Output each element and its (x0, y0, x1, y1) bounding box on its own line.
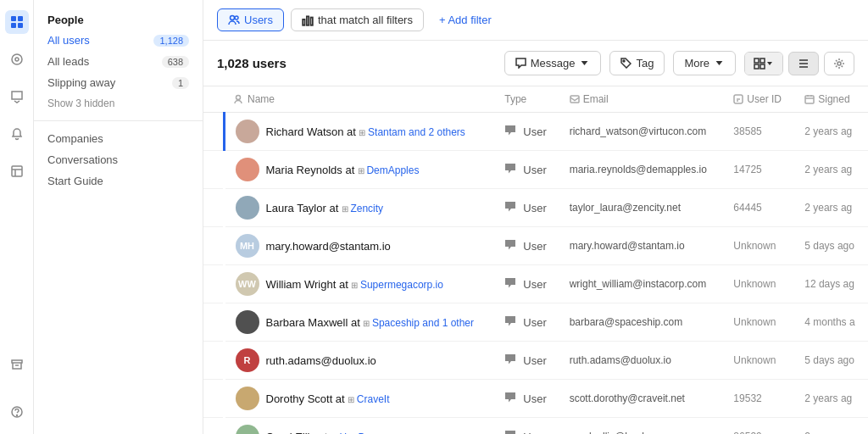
settings-icon (833, 58, 845, 70)
avatar: WW (236, 272, 259, 296)
row-check (203, 265, 224, 303)
home-icon[interactable] (5, 10, 29, 34)
col-type-header[interactable]: Type (494, 86, 559, 113)
avatar: R (236, 348, 259, 372)
filter-bar: Users that match all filters + Add filte… (203, 0, 868, 41)
table-row[interactable]: Laura Taylor at ⊞ ZencityUsertaylor_laur… (203, 189, 868, 227)
company-name[interactable]: ⊞ Spaceship and 1 other (360, 317, 474, 329)
grid-view-button[interactable] (745, 53, 782, 75)
user-name: Barbara Maxwell at ⊞ Spaceship and 1 oth… (266, 316, 475, 329)
nav-item-companies[interactable]: Companies (34, 128, 203, 149)
nav-item-label: Start Guide (47, 175, 103, 187)
add-filter-button[interactable]: + Add filter (431, 9, 500, 31)
users-filter-chip[interactable]: Users (217, 8, 284, 31)
svg-rect-27 (805, 96, 814, 103)
table-row[interactable]: WWWilliam Wright at ⊞ Supermegacorp.ioUs… (203, 265, 868, 303)
row-user-id: Unknown (723, 342, 794, 380)
grid-dropdown-icon (765, 59, 774, 68)
nav-item-badge: 1 (172, 77, 189, 89)
col-name-label: Name (248, 93, 275, 105)
message-icon[interactable] (5, 85, 29, 108)
col-name-header[interactable]: Name (224, 86, 494, 113)
row-user-id: 64445 (723, 189, 794, 227)
row-name: WWWilliam Wright at ⊞ Supermegacorp.io (224, 265, 494, 303)
match-filter-chip[interactable]: that match all filters (291, 8, 424, 31)
nav-item-conversations[interactable]: Conversations (34, 149, 203, 170)
row-email: taylor_laura@zencity.net (559, 189, 724, 227)
nav-item-start-guide[interactable]: Start Guide (34, 170, 203, 192)
chat-bubble-icon (504, 277, 516, 292)
avatar (236, 120, 259, 143)
table-row[interactable]: MHmary.howard@stantam.ioUsermary.howard@… (203, 227, 868, 265)
chat-bubble-icon (504, 315, 516, 330)
table-row[interactable]: Richard Watson at ⊞ Stantam and 2 others… (203, 113, 868, 151)
more-button[interactable]: More (673, 51, 736, 75)
row-email: ruth.adams@duolux.io (559, 342, 724, 380)
nav-item-label: Conversations (47, 153, 118, 166)
list-view-button[interactable] (788, 52, 819, 75)
row-signed-up: 2 years ag (794, 189, 868, 227)
nav-divider (34, 120, 203, 121)
table-row[interactable]: Maria Reynolds at ⊞ DemApplesUsermaria.r… (203, 151, 868, 189)
nav-item-all-users[interactable]: All users 1,128 (34, 30, 203, 51)
nav-item-badge: 638 (162, 56, 189, 68)
row-check (203, 303, 224, 342)
company-name[interactable]: ⊞ Supermegacorp.io (348, 279, 443, 291)
target-icon[interactable] (5, 47, 29, 71)
main-content: Users that match all filters + Add filte… (203, 0, 868, 434)
sidebar-icon-strip (0, 0, 34, 434)
message-button[interactable]: Message (504, 51, 602, 75)
company-name[interactable]: ⊞ DemApples (354, 164, 419, 176)
svg-rect-6 (12, 166, 22, 176)
table-row[interactable]: Dorothy Scott at ⊞ CraveItUserscott.doro… (203, 380, 868, 418)
user-name: mary.howard@stantam.io (266, 240, 391, 253)
row-email: mary.howard@stantam.io (559, 227, 724, 265)
settings-view-button[interactable] (824, 52, 854, 75)
row-user-id: 38585 (723, 113, 794, 151)
avatar (236, 310, 259, 334)
table-row[interactable]: Barbara Maxwell at ⊞ Spaceship and 1 oth… (203, 303, 868, 342)
row-check (203, 151, 224, 189)
company-name[interactable]: ⊞ Stantam and 2 others (356, 126, 465, 138)
col-email-header[interactable]: Email (559, 86, 724, 113)
nav-item-all-leads[interactable]: All leads 638 (34, 51, 203, 72)
svg-rect-0 (11, 16, 16, 21)
company-name[interactable]: ⊞ Zencity (338, 203, 383, 214)
table-row[interactable]: Rruth.adams@duolux.ioUserruth.adams@duol… (203, 342, 868, 380)
row-email: scott.dorothy@craveit.net (559, 380, 724, 418)
svg-point-24 (236, 96, 241, 100)
match-chip-label: that match all filters (318, 14, 413, 26)
view-toggle (744, 52, 783, 75)
nav-item-label: Companies (47, 132, 103, 145)
col-signedup-header[interactable]: Signed (794, 86, 868, 113)
chat-bubble-icon (504, 201, 516, 215)
show-hidden-link[interactable]: Show 3 hidden (34, 93, 203, 114)
row-signed-up: 12 days ag (794, 265, 868, 303)
nav-item-slipping-away[interactable]: Slipping away 1 (34, 72, 203, 93)
nav-item-badge: 1,128 (153, 35, 189, 47)
svg-point-10 (231, 15, 235, 19)
company-name[interactable]: ⊞ HooBoo (327, 431, 376, 435)
user-name: William Wright at ⊞ Supermegacorp.io (266, 278, 443, 291)
row-type: User (494, 380, 559, 418)
svg-point-23 (837, 62, 841, 65)
bell-icon[interactable] (5, 122, 29, 146)
box-icon[interactable] (5, 159, 29, 183)
row-signed-up: 2 years ag (794, 418, 868, 435)
help-icon[interactable] (5, 400, 29, 424)
row-user-id: Unknown (723, 227, 794, 265)
nav-section-title: People (34, 7, 203, 30)
company-name[interactable]: ⊞ CraveIt (345, 393, 390, 405)
avatar (236, 387, 259, 410)
col-signedup-label: Signed (818, 93, 849, 105)
message-dropdown-icon (579, 58, 590, 69)
svg-rect-25 (570, 96, 579, 103)
col-userid-header[interactable]: User ID (723, 86, 794, 113)
row-user-id: 14725 (723, 151, 794, 189)
archive-icon[interactable] (5, 353, 29, 376)
more-btn-label: More (684, 57, 709, 70)
row-name: Richard Watson at ⊞ Stantam and 2 others (224, 113, 494, 151)
row-check (203, 418, 224, 435)
tag-button[interactable]: Tag (609, 51, 665, 75)
table-row[interactable]: Carol Ellis at ⊞ HooBooUsercarol_ellis@h… (203, 418, 868, 435)
